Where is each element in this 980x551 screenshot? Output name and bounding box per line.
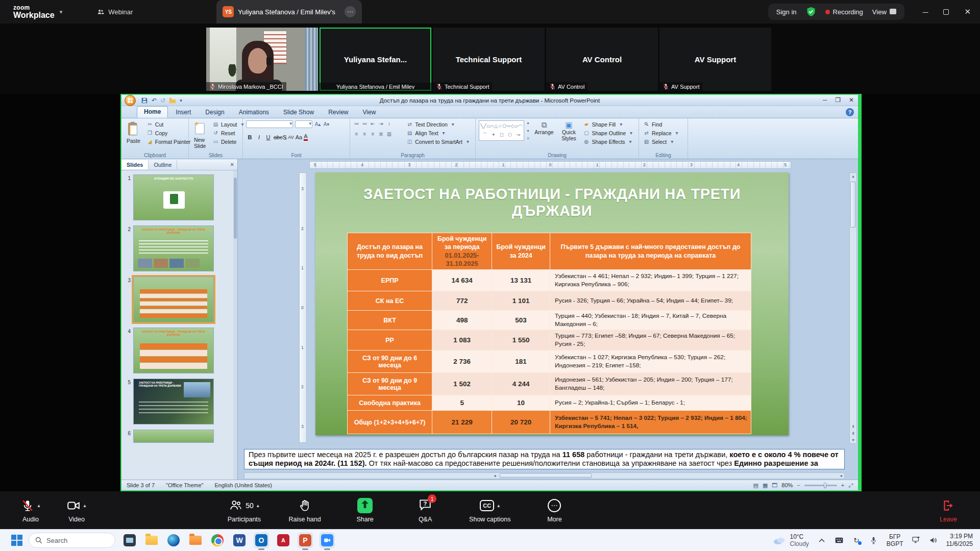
show-captions-button[interactable]: CC ▴ Show captions	[469, 498, 510, 523]
line-spacing-icon[interactable]: ↕	[386, 120, 393, 127]
ppt-titlebar[interactable]: ↶ ↺ ▾ Достъп до пазара на труда на гражд…	[121, 95, 858, 106]
tray-keyboard-icon[interactable]	[835, 536, 844, 545]
taskbar-powerpoint-icon[interactable]: P	[298, 533, 313, 548]
font-color-button[interactable]: A	[304, 134, 307, 141]
video-chevron-icon[interactable]: ▴	[83, 503, 86, 508]
scroll-up-icon[interactable]: ▴	[852, 173, 854, 180]
quick-styles-button[interactable]: ▣ Quick Styles	[559, 120, 579, 142]
underline-button[interactable]: U	[264, 134, 272, 140]
video-tile-technical-support[interactable]: Technical Support Technical Support	[433, 28, 545, 91]
zoom-slider-thumb[interactable]	[824, 483, 826, 488]
view-button[interactable]: View	[872, 8, 896, 16]
audio-chevron-icon[interactable]: ▴	[37, 503, 40, 508]
scrollbar-thumb[interactable]	[500, 473, 592, 478]
increase-indent-icon[interactable]: ⇥	[378, 120, 384, 127]
taskbar-word-icon[interactable]: W	[232, 533, 247, 548]
slide-thumbnail-2[interactable]: ЗАЕТОСТ НА РАБОТНИЦИ - ГРАЖДАНИ НА ТРЕТИ…	[133, 226, 214, 271]
leave-button[interactable]: Leave	[932, 498, 965, 523]
shape-fill-button[interactable]: ▰Shape Fill▾	[582, 120, 635, 128]
shapes-gallery-scroll[interactable]: ▴▾≡	[527, 120, 530, 141]
office-button[interactable]	[125, 95, 136, 106]
video-tile-av-control[interactable]: AV Control AV Control	[546, 28, 658, 91]
text-shadow-button[interactable]: S	[283, 134, 286, 140]
close-button[interactable]: ✕	[964, 7, 971, 16]
tray-expand-icon[interactable]	[817, 536, 826, 545]
scroll-left-icon[interactable]: ◂	[492, 473, 497, 478]
ppt-close-button[interactable]: ✕	[849, 96, 854, 104]
thumbnail-row-6[interactable]: 6	[125, 430, 235, 443]
tab-meeting[interactable]: YS Yuliyana Stefanova / Emil Milev's ⋯	[216, 0, 361, 23]
align-text-button[interactable]: ▤Align Text▾	[405, 129, 472, 137]
open-folder-icon[interactable]	[169, 97, 176, 104]
tab-design[interactable]: Design	[199, 107, 231, 118]
taskbar-zoom-icon[interactable]	[320, 533, 335, 548]
scroll-right-icon[interactable]: ▸	[839, 473, 844, 478]
taskbar-clock[interactable]: 3:19 PM 11/6/2025	[946, 533, 973, 548]
language-indicator[interactable]: БГР BGPT	[887, 533, 903, 548]
fit-slide-icon[interactable]: ⤢	[848, 482, 853, 489]
thumbnail-row-4[interactable]: 4 ЗАЕТОСТ НА РАБОТНИЦИ - ГРАЖДАНИ НА ТРЕ…	[125, 328, 235, 373]
share-button[interactable]: Share	[349, 498, 381, 523]
qa-button[interactable]: ? 1 Q&A	[409, 498, 442, 523]
zoom-level[interactable]: 80%	[781, 482, 793, 488]
taskbar-folder-icon[interactable]	[188, 533, 203, 548]
more-button[interactable]: ⋯ More	[538, 498, 571, 523]
start-button[interactable]	[11, 535, 22, 546]
copy-button[interactable]: ❐Copy	[145, 129, 191, 137]
cut-button[interactable]: ✂Cut	[145, 120, 191, 128]
language-indicator[interactable]: English (United States)	[214, 482, 272, 488]
taskbar-outlook-icon[interactable]: O	[254, 533, 269, 548]
help-icon[interactable]: ?	[846, 108, 854, 116]
participants-button[interactable]: 50 ▴ Participants	[228, 498, 261, 523]
captions-chevron-icon[interactable]: ▴	[497, 503, 500, 508]
weather-widget[interactable]: 10°C Cloudy	[773, 533, 808, 548]
shape-effects-button[interactable]: ◍Shape Effects▾	[582, 138, 635, 145]
layout-button[interactable]: ▤Layout▾	[211, 120, 247, 128]
horizontal-ruler[interactable]: 5 4 3 2 1 0 1 2 3 4 5	[309, 161, 791, 169]
taskbar-chrome-icon[interactable]	[210, 533, 225, 548]
audio-button[interactable]: ▴ Audio	[14, 498, 47, 523]
replace-button[interactable]: ⇄Replace▾	[642, 129, 681, 137]
slideshow-view-icon[interactable]: 🗔︎	[772, 482, 777, 488]
text-direction-button[interactable]: ⇄Text Direction▾	[405, 120, 472, 128]
align-center-icon[interactable]: ≡	[361, 131, 368, 137]
columns-icon[interactable]: ▥	[386, 131, 393, 137]
tab-more-icon[interactable]: ⋯	[345, 6, 356, 17]
tray-network-icon[interactable]	[912, 536, 921, 545]
convert-smartart-button[interactable]: ◫Convert to SmartArt▾	[405, 138, 472, 145]
video-tile-av-support[interactable]: AV Support AV Support	[659, 28, 771, 91]
participants-chevron-icon[interactable]: ▴	[257, 503, 259, 508]
chevron-down-icon[interactable]: ▾	[60, 9, 63, 15]
tab-webinar[interactable]: Webinar	[90, 0, 140, 23]
numbering-icon[interactable]: ≕	[361, 120, 368, 127]
qat-dropdown-icon[interactable]: ▾	[180, 98, 182, 103]
undo-icon[interactable]: ↶	[152, 97, 157, 104]
arrange-button[interactable]: ⧉ Arrange	[532, 120, 555, 136]
slide-thumbnail-4[interactable]: ЗАЕТОСТ НА РАБОТНИЦИ - ГРАЖДАНИ НА ТРЕТИ…	[133, 328, 214, 373]
restore-button[interactable]	[943, 9, 949, 15]
align-right-icon[interactable]: ≡	[370, 131, 376, 137]
tray-speaker-icon[interactable]	[929, 536, 938, 545]
character-spacing-button[interactable]: AV	[288, 135, 293, 140]
font-size-combobox[interactable]	[295, 120, 312, 128]
shrink-font-icon[interactable]: A▾	[323, 121, 330, 128]
change-case-button[interactable]: Aa	[296, 134, 302, 140]
slide-thumbnail-1[interactable]: АГЕНЦИЯ ПО ЗАЕТОСТТА	[133, 174, 214, 220]
new-slide-button[interactable]: New Slide	[192, 120, 208, 150]
thumbnail-row-3[interactable]: 3	[125, 277, 235, 322]
delete-button[interactable]: ▭Delete	[211, 138, 247, 145]
video-tile-miroslava[interactable]: Miroslava Markova _BCCI	[206, 28, 318, 91]
thumbnail-row-2[interactable]: 2 ЗАЕТОСТ НА РАБОТНИЦИ - ГРАЖДАНИ НА ТРЕ…	[125, 226, 235, 271]
tab-home[interactable]: Home	[137, 106, 168, 118]
scroll-down-icon[interactable]: ▾	[852, 437, 854, 443]
bold-button[interactable]: B	[246, 134, 254, 140]
vertical-ruler[interactable]: 3 2 1 0 1 2 3	[299, 172, 307, 443]
sign-in-button[interactable]: Sign in	[776, 8, 797, 16]
italic-button[interactable]: I	[255, 134, 263, 140]
zoom-out-icon[interactable]: −	[797, 482, 800, 488]
scrollbar-thumb[interactable]	[850, 182, 856, 228]
find-button[interactable]: 🔍︎Find	[642, 120, 681, 128]
tab-slide-show[interactable]: Slide Show	[277, 107, 321, 118]
paste-button[interactable]: Paste	[125, 120, 142, 145]
slide-thumbnail-6[interactable]	[133, 430, 214, 443]
